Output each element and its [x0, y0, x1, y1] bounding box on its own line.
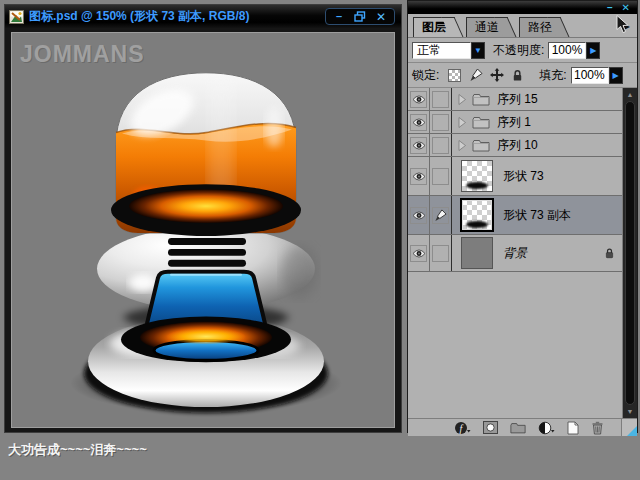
layers-scrollbar[interactable]: ▲ ▼ — [622, 88, 637, 418]
folder-icon — [472, 93, 490, 106]
folder-icon — [472, 116, 490, 129]
visibility-toggle[interactable] — [408, 157, 430, 195]
link-cell[interactable] — [430, 111, 452, 133]
status-message: 大功告成~~~~泪奔~~~~ — [8, 441, 147, 459]
folder-icon — [472, 139, 490, 152]
tab-channels[interactable]: 通道 — [466, 17, 505, 37]
opacity-label: 不透明度: — [493, 42, 544, 59]
lock-all-icon[interactable] — [510, 68, 525, 83]
lock-transparency-icon[interactable] — [447, 68, 462, 83]
document-title: 图标.psd @ 150% (形状 73 副本, RGB/8) — [29, 8, 325, 25]
visibility-toggle[interactable] — [408, 196, 430, 234]
layer-thumbnail[interactable] — [461, 199, 493, 231]
layer-lock-icon — [604, 247, 615, 259]
layers-palette: – ✕ 图层 通道 路径 ▶ 正常 ▼ 不透明度: 100% ▶ 锁定: — [407, 0, 638, 433]
layers-list: 序列 15 序列 1 — [408, 88, 637, 418]
blend-mode-dropdown-icon[interactable]: ▼ — [471, 42, 485, 59]
fill-input[interactable]: 100% — [571, 67, 609, 84]
layer-thumbnail[interactable] — [461, 237, 493, 269]
document-window: 图标.psd @ 150% (形状 73 副本, RGB/8) – ✕ — [4, 4, 402, 433]
fill-label: 填充: — [539, 67, 566, 84]
canvas-artwork — [12, 33, 394, 427]
fill-spinner-icon[interactable]: ▶ — [609, 67, 623, 84]
minimize-button[interactable]: – — [330, 10, 348, 23]
opacity-spinner-icon[interactable]: ▶ — [586, 42, 600, 59]
palette-tabstrip: 图层 通道 路径 ▶ — [408, 14, 637, 38]
editing-indicator — [430, 196, 452, 234]
expand-arrow-icon[interactable] — [458, 140, 466, 151]
watermark-text: JOMMANS — [20, 41, 145, 68]
scrollbar-track[interactable] — [625, 101, 635, 405]
layer-row-group[interactable]: 序列 1 — [408, 111, 622, 134]
layer-name[interactable]: 序列 10 — [497, 137, 538, 154]
link-cell[interactable] — [430, 157, 452, 195]
layer-row-shape-selected[interactable]: 形状 73 副本 — [408, 196, 622, 235]
blend-row: 正常 ▼ 不透明度: 100% ▶ — [408, 38, 637, 63]
psd-document-icon — [9, 10, 24, 24]
lock-buttons — [447, 68, 525, 83]
restore-button[interactable] — [351, 10, 369, 23]
brush-icon — [434, 209, 447, 222]
eye-icon — [412, 118, 426, 127]
window-controls: – ✕ — [325, 8, 395, 25]
eye-icon — [412, 95, 426, 104]
eye-icon — [412, 249, 426, 258]
new-group-icon[interactable] — [510, 422, 526, 434]
document-canvas[interactable]: JOMMANS — [11, 32, 395, 428]
layer-style-icon[interactable]: f — [454, 421, 471, 435]
adjustment-layer-icon[interactable] — [538, 421, 555, 435]
lock-position-icon[interactable] — [489, 68, 504, 83]
new-layer-icon[interactable] — [567, 421, 579, 435]
layer-thumbnail[interactable] — [461, 160, 493, 192]
restore-icon — [354, 11, 366, 22]
eye-icon — [412, 211, 426, 220]
palette-resize-grip[interactable] — [621, 419, 637, 436]
delete-layer-icon[interactable] — [591, 421, 604, 435]
lock-paint-icon[interactable] — [468, 68, 483, 83]
blend-mode-select[interactable]: 正常 — [412, 42, 471, 59]
palette-menu-icon[interactable]: ▶ — [624, 22, 630, 31]
layer-name[interactable]: 形状 73 副本 — [503, 207, 571, 224]
palette-close-button[interactable]: ✕ — [622, 3, 630, 13]
link-cell[interactable] — [430, 235, 452, 271]
lock-row: 锁定: 填充: 100% ▶ — [408, 63, 637, 88]
eye-icon — [412, 141, 426, 150]
layer-row-background[interactable]: 背景 — [408, 235, 622, 272]
tab-paths[interactable]: 路径 — [519, 17, 558, 37]
layer-name[interactable]: 序列 15 — [497, 91, 538, 108]
close-button[interactable]: ✕ — [372, 10, 390, 23]
scroll-down-icon[interactable]: ▼ — [623, 405, 637, 418]
layer-name[interactable]: 背景 — [503, 245, 527, 262]
link-cell[interactable] — [430, 88, 452, 110]
link-cell[interactable] — [430, 134, 452, 156]
document-titlebar[interactable]: 图标.psd @ 150% (形状 73 副本, RGB/8) – ✕ — [5, 5, 401, 28]
layer-mask-icon[interactable] — [483, 421, 498, 434]
visibility-toggle[interactable] — [408, 88, 430, 110]
visibility-toggle[interactable] — [408, 111, 430, 133]
eye-icon — [412, 172, 426, 181]
opacity-input[interactable]: 100% — [548, 42, 586, 59]
visibility-toggle[interactable] — [408, 134, 430, 156]
palette-titlebar[interactable]: – ✕ — [408, 1, 637, 14]
palette-minimize-button[interactable]: – — [607, 3, 613, 13]
layer-row-group[interactable]: 序列 10 — [408, 134, 622, 157]
visibility-toggle[interactable] — [408, 235, 430, 271]
scroll-up-icon[interactable]: ▲ — [623, 88, 637, 101]
layer-name[interactable]: 序列 1 — [497, 114, 531, 131]
layer-name[interactable]: 形状 73 — [503, 168, 544, 185]
tab-layers[interactable]: 图层 — [413, 17, 452, 37]
layer-row-group[interactable]: 序列 15 — [408, 88, 622, 111]
layer-row-shape[interactable]: 形状 73 — [408, 157, 622, 196]
lock-label: 锁定: — [412, 67, 439, 84]
palette-bottom-bar: f — [408, 418, 637, 436]
expand-arrow-icon[interactable] — [458, 94, 466, 105]
expand-arrow-icon[interactable] — [458, 117, 466, 128]
